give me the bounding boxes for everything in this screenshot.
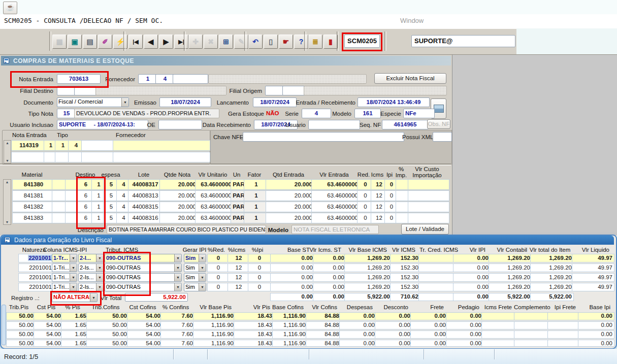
fis-tribut-dropdown[interactable]: 090-OUTRAS▼: [105, 254, 182, 262]
mat-lote[interactable]: 44008313: [128, 190, 163, 201]
tax-cell[interactable]: 0.00: [375, 330, 412, 339]
tax-cell[interactable]: 54.00: [34, 312, 63, 320]
chevron-down-icon[interactable]: ▼: [174, 283, 181, 291]
tax-cell[interactable]: 0.00: [339, 312, 377, 320]
nota-grid-cell[interactable]: [113, 140, 210, 151]
fis-col1-dropdown[interactable]: 1-Tri...▼: [52, 283, 77, 291]
tax-cell[interactable]: [547, 321, 580, 329]
fornecedor-field-3[interactable]: [173, 74, 208, 84]
nota-grid-cell[interactable]: [113, 152, 210, 162]
especie-field[interactable]: NFe: [403, 109, 435, 118]
documento-dropdown[interactable]: Fiscal / Comercial ▼: [57, 97, 129, 107]
assist-button[interactable]: ✐: [98, 35, 112, 49]
screen-button[interactable]: ▣: [68, 35, 82, 49]
tax-cell[interactable]: 1,116.90: [272, 330, 308, 339]
tax-cell[interactable]: [514, 321, 549, 329]
chevron-down-icon[interactable]: ▼: [70, 264, 77, 272]
fis-total_item[interactable]: 1,269.20: [530, 254, 574, 262]
tax-cell[interactable]: 50.00: [86, 312, 129, 320]
fis-pipi[interactable]: 0: [248, 283, 271, 291]
tax-scrollbar[interactable]: [2, 305, 6, 345]
fis-base_icms[interactable]: 1,269.20: [344, 273, 392, 282]
fis-natureza[interactable]: 2201001: [18, 273, 54, 282]
mat-vlrent[interactable]: 63.4600000: [311, 179, 360, 190]
tax-cell[interactable]: 0.00: [446, 330, 483, 339]
tax-cell[interactable]: 50.00: [6, 340, 36, 347]
mat-qtdent[interactable]: 20.000: [266, 179, 314, 190]
chevron-down-icon[interactable]: ▼: [90, 293, 97, 302]
clipboard-button[interactable]: ▯: [264, 35, 278, 49]
tax-cell[interactable]: [547, 340, 580, 347]
tax-cell[interactable]: 1,116.90: [193, 340, 236, 347]
tax-cell[interactable]: 0.00: [339, 321, 377, 329]
java-icon[interactable]: ☕: [3, 2, 17, 14]
tax-cell[interactable]: [481, 330, 516, 339]
tax-cell[interactable]: 0.00: [339, 330, 377, 339]
tax-cell[interactable]: 0.00: [578, 321, 614, 329]
tax-cell[interactable]: 50.00: [6, 312, 36, 320]
tax-cell[interactable]: 0.00: [410, 312, 448, 320]
lote-validade-button[interactable]: Lote / Validade: [401, 224, 449, 235]
fis-vicms[interactable]: 152.30: [390, 254, 420, 262]
fis-gerar-dropdown[interactable]: Sim▼: [184, 273, 206, 282]
fis-base_icms[interactable]: 1,269.20: [344, 254, 392, 262]
mat-vlrunit[interactable]: 63.4600000: [195, 213, 234, 223]
tax-cell[interactable]: 54.00: [34, 340, 63, 347]
mat-vcusto[interactable]: [408, 190, 449, 201]
fis-vipi[interactable]: 0.00: [453, 273, 491, 282]
fis-col2-dropdown[interactable]: 2-Is...▼: [78, 273, 104, 282]
tax-cell[interactable]: 54.00: [127, 340, 163, 347]
fis-contabil[interactable]: 1,269.20: [489, 283, 532, 291]
mat-fator[interactable]: 1: [244, 179, 269, 190]
tax-cell[interactable]: 0.00: [375, 312, 412, 320]
fis-icms_st[interactable]: 0.00: [313, 263, 346, 272]
fis-liquido[interactable]: 49.97: [572, 254, 614, 262]
fis-icms_st[interactable]: 0.00: [313, 254, 346, 262]
filial-origem-field-2[interactable]: [282, 86, 306, 95]
mat-vlrunit[interactable]: 63.4600000: [195, 202, 234, 212]
tax-cell[interactable]: 7.60: [160, 330, 195, 339]
chevron-down-icon[interactable]: ▼: [70, 274, 77, 281]
tax-cell[interactable]: 0.00: [375, 321, 412, 329]
fis-col1-dropdown[interactable]: 1-Tri...▼: [52, 273, 77, 282]
oe-field[interactable]: [158, 120, 202, 129]
chevron-down-icon[interactable]: ▼: [70, 254, 77, 262]
tax-cell[interactable]: 84.88: [306, 312, 341, 320]
fis-col2-dropdown[interactable]: 2-I...▼: [78, 254, 104, 262]
fornecedor-field-1[interactable]: 1: [138, 74, 157, 84]
mat-vlrent[interactable]: 63.4600000: [311, 190, 360, 201]
menu-button[interactable]: ≣: [308, 35, 322, 49]
tax-cell[interactable]: 1,116.90: [272, 321, 308, 329]
fis-tr_cred[interactable]: [418, 273, 455, 282]
fis-pipi[interactable]: 0: [248, 273, 271, 282]
tax-cell[interactable]: 54.00: [127, 321, 163, 329]
fis-pred[interactable]: 0: [207, 254, 230, 262]
print-button[interactable]: ▤: [83, 35, 97, 49]
tax-cell[interactable]: 0.00: [410, 340, 448, 347]
fis-picms[interactable]: 12: [228, 254, 250, 262]
delete-button[interactable]: ✖: [204, 35, 218, 49]
tax-cell[interactable]: 18.43: [234, 330, 274, 339]
tax-cell[interactable]: 18.43: [234, 340, 274, 347]
tax-cell[interactable]: 0.00: [339, 340, 377, 347]
mat-lote[interactable]: 44008317: [128, 179, 163, 190]
chevron-down-icon[interactable]: ▼: [199, 254, 206, 262]
nav-next-button[interactable]: ▶: [159, 35, 173, 49]
fis-base_st[interactable]: 0.00: [270, 283, 315, 291]
fis-vipi[interactable]: 0.00: [453, 283, 491, 291]
fis-base_st[interactable]: 0.00: [270, 263, 315, 272]
chevron-down-icon[interactable]: ▼: [96, 274, 103, 281]
scroll-up-icon[interactable]: ▲: [4, 141, 11, 145]
mat-vlrunit[interactable]: 63.4600000: [195, 179, 234, 190]
tax-cell[interactable]: 50.00: [86, 321, 129, 329]
fis-picms[interactable]: 12: [228, 273, 250, 282]
tax-cell[interactable]: 1.65: [61, 340, 88, 347]
tax-cell[interactable]: 84.88: [306, 340, 341, 347]
entrada-recebimento-field[interactable]: 18/07/2024 13:46:49: [358, 97, 430, 107]
tax-cell[interactable]: 0.00: [375, 340, 412, 347]
chevron-down-icon[interactable]: ▼: [121, 98, 128, 107]
user-field[interactable]: SUPORTE@: [411, 35, 515, 47]
chevron-down-icon[interactable]: ▼: [174, 264, 181, 272]
filial-destino-field-1[interactable]: [57, 86, 76, 95]
tax-cell[interactable]: 7.60: [160, 321, 195, 329]
